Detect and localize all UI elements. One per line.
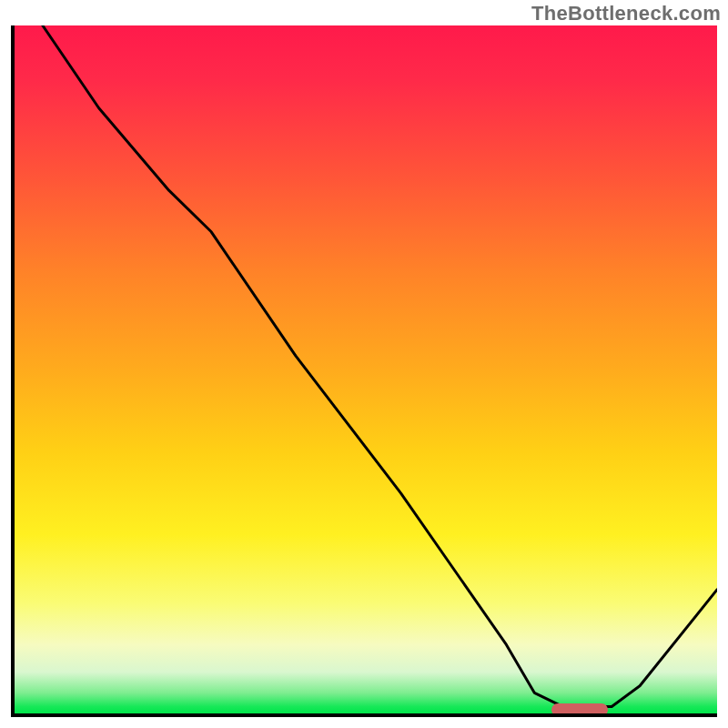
plot-area (11, 25, 717, 717)
chart-container: TheBottleneck.com (0, 0, 728, 728)
watermark-text: TheBottleneck.com (531, 2, 721, 25)
gradient-background (15, 25, 717, 713)
optimal-marker (551, 703, 608, 716)
